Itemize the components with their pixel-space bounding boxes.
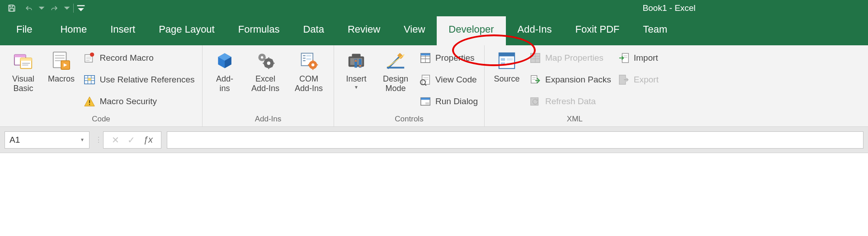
tab-developer[interactable]: Developer bbox=[437, 16, 505, 45]
map-properties-label: Map Properties bbox=[545, 53, 604, 63]
tab-review[interactable]: Review bbox=[336, 16, 392, 45]
expansion-packs-icon bbox=[529, 73, 542, 86]
group-code-label: Code bbox=[92, 114, 110, 125]
view-code-icon bbox=[419, 73, 432, 86]
worksheet-area[interactable] bbox=[0, 153, 868, 236]
expansion-packs-button[interactable]: Expansion Packs bbox=[527, 71, 613, 89]
cancel-formula-button[interactable]: ✕ bbox=[112, 135, 119, 145]
run-dialog-button[interactable]: Run Dialog bbox=[417, 92, 480, 111]
formula-bar-splitter[interactable]: ⋮ bbox=[95, 131, 98, 149]
addins-button[interactable]: Add- ins bbox=[207, 48, 242, 93]
properties-button[interactable]: Properties bbox=[417, 49, 480, 67]
macros-button[interactable]: Macros bbox=[43, 48, 79, 84]
visual-basic-label: Visual Basic bbox=[12, 74, 34, 93]
svg-rect-40 bbox=[507, 63, 513, 65]
import-label: Import bbox=[634, 53, 658, 63]
formula-bar-input[interactable] bbox=[167, 131, 863, 149]
svg-point-8 bbox=[90, 53, 94, 57]
insert-function-button[interactable]: ƒx bbox=[143, 135, 153, 145]
name-box-value: A1 bbox=[9, 135, 20, 145]
use-relative-references-button[interactable]: Use Relative References bbox=[81, 71, 196, 89]
tab-team[interactable]: Team bbox=[631, 16, 679, 45]
source-label: Source bbox=[494, 74, 519, 84]
record-macro-button[interactable]: Record Macro bbox=[81, 49, 196, 67]
com-addins-label: COM Add-Ins bbox=[295, 74, 323, 93]
svg-rect-0 bbox=[10, 5, 13, 7]
map-properties-button[interactable]: Map Properties bbox=[527, 49, 613, 67]
svg-rect-11 bbox=[89, 100, 90, 103]
redo-dropdown[interactable] bbox=[63, 0, 71, 16]
visual-basic-icon bbox=[12, 50, 34, 72]
import-button[interactable]: Import bbox=[616, 49, 660, 67]
properties-label: Properties bbox=[435, 53, 475, 63]
macro-security-button[interactable]: Macro Security bbox=[81, 92, 196, 111]
name-box[interactable]: A1 ▼ bbox=[5, 131, 90, 149]
macro-security-icon bbox=[83, 95, 96, 108]
record-macro-label: Record Macro bbox=[99, 53, 153, 63]
addins-label: Add- ins bbox=[216, 74, 233, 93]
undo-dropdown[interactable] bbox=[38, 0, 45, 16]
tab-insert[interactable]: Insert bbox=[99, 16, 147, 45]
svg-rect-27 bbox=[387, 67, 404, 68]
svg-rect-36 bbox=[499, 53, 515, 57]
svg-rect-2 bbox=[77, 5, 85, 6]
ribbon-tabs: File Home Insert Page Layout Formulas Da… bbox=[0, 16, 868, 45]
view-code-label: View Code bbox=[435, 75, 477, 85]
insert-controls-dropdown-icon: ▼ bbox=[354, 85, 359, 90]
map-properties-icon bbox=[529, 52, 542, 64]
group-addins: Add- ins Excel Add-Ins bbox=[203, 45, 334, 126]
group-controls-label: Controls bbox=[395, 114, 423, 125]
title-bar: Book1 - Excel bbox=[0, 0, 868, 16]
qat-separator bbox=[73, 4, 74, 13]
macros-label: Macros bbox=[48, 74, 75, 84]
svg-rect-38 bbox=[501, 63, 505, 65]
group-xml: Source Map Properties bbox=[485, 45, 665, 126]
tab-data[interactable]: Data bbox=[291, 16, 335, 45]
window-title: Book1 - Excel bbox=[470, 3, 868, 13]
excel-addins-button[interactable]: Excel Add-Ins bbox=[245, 48, 286, 93]
name-box-dropdown-icon: ▼ bbox=[80, 137, 85, 142]
record-macro-icon bbox=[83, 52, 96, 64]
formula-bar-buttons: ✕ ✓ ƒx bbox=[103, 131, 161, 149]
tab-formulas[interactable]: Formulas bbox=[226, 16, 292, 45]
svg-rect-19 bbox=[307, 58, 311, 60]
source-button[interactable]: Source bbox=[489, 48, 524, 84]
tab-page-layout[interactable]: Page Layout bbox=[147, 16, 226, 45]
tab-file[interactable]: File bbox=[0, 16, 48, 45]
use-relative-references-icon bbox=[83, 73, 96, 86]
properties-icon bbox=[419, 52, 432, 64]
view-code-button[interactable]: View Code bbox=[417, 71, 480, 89]
excel-addins-label: Excel Add-Ins bbox=[251, 74, 279, 93]
refresh-data-button[interactable]: Refresh Data bbox=[527, 92, 613, 111]
run-dialog-label: Run Dialog bbox=[435, 96, 478, 106]
tab-addins[interactable]: Add-Ins bbox=[506, 16, 564, 45]
expansion-packs-label: Expansion Packs bbox=[545, 75, 611, 85]
svg-point-21 bbox=[311, 63, 314, 66]
insert-controls-button[interactable]: Insert ▼ bbox=[339, 48, 374, 90]
visual-basic-button[interactable]: Visual Basic bbox=[5, 48, 41, 93]
tab-home[interactable]: Home bbox=[48, 16, 99, 45]
enter-formula-button[interactable]: ✓ bbox=[127, 135, 135, 145]
design-mode-icon bbox=[385, 50, 406, 72]
undo-button[interactable] bbox=[21, 0, 37, 16]
use-relative-references-label: Use Relative References bbox=[99, 75, 194, 85]
save-button[interactable] bbox=[4, 0, 20, 16]
group-xml-label: XML bbox=[567, 114, 583, 125]
design-mode-button[interactable]: Design Mode bbox=[377, 48, 415, 93]
export-label: Export bbox=[634, 75, 659, 85]
svg-rect-24 bbox=[352, 54, 360, 58]
tab-view[interactable]: View bbox=[392, 16, 437, 45]
svg-rect-34 bbox=[425, 102, 429, 105]
svg-rect-10 bbox=[88, 78, 91, 81]
customize-qat-button[interactable] bbox=[76, 0, 85, 16]
redo-button[interactable] bbox=[46, 0, 62, 16]
refresh-data-icon bbox=[529, 95, 542, 108]
svg-rect-37 bbox=[501, 58, 505, 61]
excel-window: Book1 - Excel File Home Insert Page Layo… bbox=[0, 0, 868, 236]
insert-controls-icon bbox=[345, 50, 367, 72]
export-button[interactable]: Export bbox=[616, 71, 660, 89]
insert-controls-label: Insert bbox=[346, 74, 366, 84]
com-addins-button[interactable]: COM Add-Ins bbox=[288, 48, 329, 93]
tab-foxit-pdf[interactable]: Foxit PDF bbox=[563, 16, 631, 45]
group-addins-label: Add-Ins bbox=[255, 114, 282, 125]
